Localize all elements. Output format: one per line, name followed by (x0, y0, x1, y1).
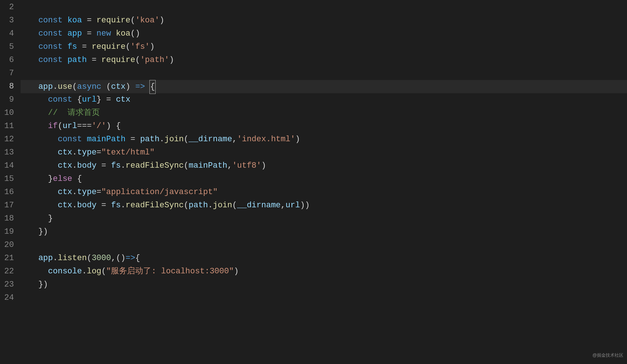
code-token: } (48, 174, 53, 183)
code-line[interactable] (21, 239, 627, 252)
line-number: 2 (0, 1, 14, 14)
line-number: 10 (0, 106, 14, 120)
code-token: __dirname (189, 135, 232, 144)
code-line[interactable]: ctx.type="text/html" (21, 146, 627, 159)
line-number: 22 (0, 265, 14, 278)
line-number: 6 (0, 54, 14, 67)
code-token: () (130, 29, 140, 38)
line-number: 15 (0, 172, 14, 186)
code-token: readFileSync (126, 161, 184, 170)
code-line[interactable]: ctx.type="application/javascript" (21, 186, 627, 199)
code-token: '/' (92, 121, 106, 131)
code-token: . (121, 201, 126, 210)
watermark: @掘金技术社区 (592, 349, 623, 362)
code-token: type (77, 188, 97, 197)
code-token: ) (159, 16, 164, 25)
code-token: type (77, 148, 97, 157)
code-token: ) { (106, 121, 121, 131)
line-number: 7 (0, 67, 14, 80)
code-token: 'fs' (130, 42, 150, 51)
code-token: ( (87, 254, 91, 263)
code-token: path (68, 55, 87, 65)
code-token: = (77, 42, 92, 51)
code-area[interactable]: const koa = require('koa') const app = n… (21, 0, 627, 364)
line-number: 14 (0, 159, 14, 172)
code-line[interactable]: const {url} = ctx (21, 93, 627, 106)
line-number: 20 (0, 239, 14, 252)
code-line[interactable]: ctx.body = fs.readFileSync(mainPath,'utf… (21, 159, 627, 172)
code-token: url (62, 121, 77, 131)
line-number: 13 (0, 146, 14, 159)
line-number: 18 (0, 212, 14, 225)
code-token: ctx (58, 188, 72, 197)
code-token: else (53, 174, 77, 183)
code-token: . (121, 161, 126, 170)
code-token: = (126, 135, 140, 144)
code-token: join (164, 135, 184, 144)
code-token: path (140, 135, 160, 144)
code-token: . (72, 188, 77, 197)
code-token: ( (72, 82, 77, 91)
code-token: = (82, 16, 97, 25)
code-token: 3000 (92, 254, 111, 263)
code-editor[interactable]: 23456789101112131415161718192021222324 c… (0, 0, 627, 364)
code-line[interactable]: const app = new koa() (21, 27, 627, 40)
code-token: ,() (111, 254, 126, 263)
code-token: , (227, 161, 232, 170)
code-line[interactable]: const mainPath = path.join(__dirname,'in… (21, 133, 627, 146)
code-token: ( (184, 161, 189, 170)
code-token: { (135, 254, 140, 263)
code-line[interactable] (21, 291, 627, 305)
code-token: . (72, 161, 77, 170)
code-token: __dirname (237, 201, 281, 210)
code-token: , (281, 201, 286, 210)
line-number: 17 (0, 199, 14, 212)
code-token: console (48, 267, 82, 276)
line-number: 11 (0, 120, 14, 133)
line-number: 9 (0, 93, 14, 106)
code-token: ) (261, 161, 266, 170)
code-line[interactable] (21, 1, 627, 14)
code-token: }) (38, 227, 48, 236)
code-token: log (87, 267, 101, 276)
code-token: . (53, 254, 58, 263)
code-token: ctx (58, 201, 72, 210)
code-token: => (135, 82, 145, 91)
code-token: "application/javascript" (101, 188, 218, 197)
code-token: // 请求首页 (48, 108, 100, 117)
code-line[interactable]: app.listen(3000,()=>{ (21, 252, 627, 265)
code-token: fs (68, 42, 77, 51)
code-line[interactable] (21, 67, 627, 80)
code-token: 'path' (140, 55, 169, 65)
code-line[interactable]: const fs = require('fs') (21, 40, 627, 54)
code-line[interactable]: const path = require('path') (21, 54, 627, 67)
code-token: path (189, 201, 208, 210)
code-token: const (38, 16, 67, 25)
code-token: readFileSync (126, 201, 184, 210)
line-number: 8 (0, 80, 14, 93)
code-line[interactable]: app.use(async (ctx) => { (21, 80, 627, 93)
code-line[interactable]: // 请求首页 (21, 106, 627, 120)
code-token: url (286, 201, 300, 210)
code-line[interactable]: if(url==='/') { (21, 120, 627, 133)
code-token: )) (300, 201, 309, 210)
code-line[interactable]: console.log("服务启动了: localhost:3000") (21, 265, 627, 278)
code-line[interactable]: } (21, 212, 627, 225)
line-number-gutter: 23456789101112131415161718192021222324 (0, 0, 21, 364)
code-token: = (97, 148, 101, 157)
code-token: use (58, 82, 72, 91)
code-token: require (97, 16, 130, 25)
code-token: fs (111, 161, 120, 170)
code-line[interactable]: }) (21, 225, 627, 239)
code-token: if (48, 121, 58, 131)
code-line[interactable]: ctx.body = fs.readFileSync(path.join(__d… (21, 199, 627, 212)
code-line[interactable]: const koa = require('koa') (21, 14, 627, 27)
code-line[interactable]: }) (21, 278, 627, 291)
code-token: . (72, 201, 77, 210)
code-token: "text/html" (101, 148, 155, 157)
code-token: = (101, 95, 116, 104)
code-token: mainPath (87, 135, 126, 144)
code-token: const (38, 55, 67, 65)
code-line[interactable]: }else { (21, 172, 627, 186)
code-token: join (213, 201, 232, 210)
